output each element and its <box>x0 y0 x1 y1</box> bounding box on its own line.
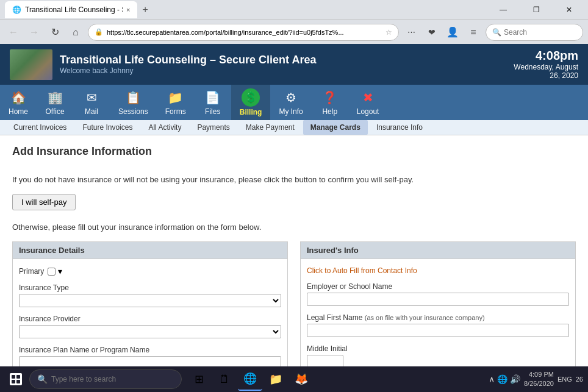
employer-label: Employer or School Name <box>307 282 569 291</box>
extensions-button[interactable]: ⋯ <box>403 24 420 41</box>
legal-first-name-input[interactable] <box>307 324 569 337</box>
middle-initial-label: Middle Initial <box>307 344 569 353</box>
volume-icon[interactable]: 🔊 <box>510 374 520 384</box>
nav-files[interactable]: 📄 Files <box>195 85 231 120</box>
nav-home[interactable]: 🏠 Home <box>0 85 37 120</box>
insurance-type-field: Insurance Type <box>19 283 281 307</box>
active-tab[interactable]: 🌐 Transitional Life Counseling - Secu...… <box>5 1 137 18</box>
nav-mail[interactable]: ✉ Mail <box>73 85 110 120</box>
insurance-type-select[interactable] <box>19 294 281 307</box>
nav-mail-label: Mail <box>85 107 98 116</box>
lock-icon: 🔒 <box>95 28 103 36</box>
insurance-plan-input[interactable] <box>19 356 281 366</box>
primary-row: Primary ▾ <box>19 266 281 276</box>
forward-button[interactable]: → <box>26 24 43 41</box>
edge-browser-app[interactable]: 🌐 <box>238 368 262 391</box>
form-intro: Otherwise, please fill out your insuranc… <box>12 223 576 232</box>
subnav-current-invoices[interactable]: Current Invoices <box>6 120 74 135</box>
explorer-app[interactable]: 📁 <box>264 368 288 391</box>
subnav-future-invoices[interactable]: Future Invoices <box>75 120 140 135</box>
form-sections: Insurance Details Primary ▾ Insurance Ty… <box>12 241 576 366</box>
primary-checkbox[interactable] <box>48 268 56 276</box>
favorites-icon[interactable]: ❤ <box>423 24 440 41</box>
browser-toolbar: ← → ↻ ⌂ 🔒 ☆ ⋯ ❤ 👤 ≡ 🔍 <box>0 20 588 44</box>
tab-title: Transitional Life Counseling - Secu... <box>25 5 123 14</box>
legal-first-note: (as on file with your insurance company) <box>365 314 485 321</box>
nav-files-label: Files <box>205 107 220 116</box>
tab-close-button[interactable]: × <box>126 6 130 13</box>
nav-help[interactable]: ❓ Help <box>312 85 348 120</box>
taskbar: 🔍 ⊞ 🗒 🌐 📁 🦊 ∧ 🌐 🔊 4:09 PM 8/26/2020 ENG … <box>0 366 588 392</box>
insureds-info-body: Click to Auto Fill from Contact Info Emp… <box>301 259 575 366</box>
nav-forms-label: Forms <box>165 107 186 116</box>
auto-fill-link[interactable]: Click to Auto Fill from Contact Info <box>307 266 569 275</box>
insurance-plan-label: Insurance Plan Name or Program Name <box>19 346 281 354</box>
nav-logout-label: Logout <box>357 107 379 116</box>
nav-billing-label: Billing <box>240 108 262 116</box>
tray-expand[interactable]: ∧ <box>489 374 495 384</box>
nav-logout[interactable]: ✖ Logout <box>348 85 388 120</box>
current-date: Wednesday, August <box>514 63 578 71</box>
browser-search-box[interactable]: 🔍 <box>486 24 583 41</box>
language-indicator[interactable]: ENG <box>558 376 572 383</box>
subnav-make-payment[interactable]: Make Payment <box>238 120 302 135</box>
forms-icon: 📁 <box>167 89 184 106</box>
taskbar-time-display: 4:09 PM <box>524 370 554 379</box>
close-button[interactable]: ✕ <box>555 1 583 18</box>
back-button[interactable]: ← <box>5 24 22 41</box>
refresh-button[interactable]: ↻ <box>46 24 63 41</box>
other-app[interactable]: 🦊 <box>289 368 314 391</box>
subnav-payments[interactable]: Payments <box>190 120 237 135</box>
employer-input[interactable] <box>307 293 569 306</box>
subnav-insurance-info[interactable]: Insurance Info <box>369 120 430 135</box>
self-pay-button[interactable]: I will self-pay <box>12 194 76 210</box>
widgets-button[interactable]: 🗒 <box>212 368 237 391</box>
tab-bar: 🌐 Transitional Life Counseling - Secu...… <box>5 1 152 18</box>
new-tab-button[interactable]: + <box>138 4 151 15</box>
restore-button[interactable]: ❐ <box>522 1 550 18</box>
url-input[interactable] <box>107 29 382 36</box>
taskbar-clock[interactable]: 4:09 PM 8/26/2020 <box>524 370 554 389</box>
home-icon: 🏠 <box>10 89 27 106</box>
logo-image <box>10 49 52 80</box>
nav-help-label: Help <box>322 107 337 116</box>
network-icon[interactable]: 🌐 <box>497 374 507 384</box>
insurance-details-body: Primary ▾ Insurance Type Insurance <box>13 259 287 366</box>
address-bar[interactable]: 🔒 ☆ <box>88 24 399 41</box>
header-time: 4:08pm Wednesday, August 26, 2020 <box>514 49 578 80</box>
nav-office[interactable]: 🏢 Office <box>37 85 73 120</box>
subnav-manage-cards[interactable]: Manage Cards <box>303 120 368 135</box>
insurance-details-section: Insurance Details Primary ▾ Insurance Ty… <box>12 241 288 366</box>
mail-icon: ✉ <box>83 89 100 106</box>
office-icon: 🏢 <box>46 89 63 106</box>
primary-label: Primary <box>19 267 44 276</box>
logout-icon: ✖ <box>359 89 376 106</box>
nav-myinfo-label: My Info <box>279 107 303 116</box>
home-button[interactable]: ⌂ <box>67 24 84 41</box>
middle-initial-input[interactable] <box>307 355 343 366</box>
middle-initial-field: Middle Initial <box>307 344 569 366</box>
start-button[interactable] <box>5 368 27 390</box>
settings-icon[interactable]: ≡ <box>465 24 482 41</box>
nav-billing[interactable]: 💲 Billing <box>231 85 271 120</box>
insureds-info-section: Insured's Info Click to Auto Fill from C… <box>300 241 576 366</box>
sessions-icon: 📋 <box>124 89 142 106</box>
current-time: 4:08pm <box>514 49 578 63</box>
subnav-all-activity[interactable]: All Activity <box>141 120 188 135</box>
nav-sessions[interactable]: 📋 Sessions <box>110 85 157 120</box>
insurance-provider-select[interactable] <box>19 325 281 338</box>
taskbar-search-icon: 🔍 <box>37 374 48 384</box>
task-view-button[interactable]: ⊞ <box>187 368 211 391</box>
profile-icon[interactable]: 👤 <box>444 24 461 41</box>
minimize-button[interactable]: — <box>489 1 517 18</box>
billing-icon: 💲 <box>242 88 260 107</box>
taskbar-search-input[interactable] <box>51 375 174 383</box>
browser-titlebar: 🌐 Transitional Life Counseling - Secu...… <box>0 0 588 20</box>
nav-myinfo[interactable]: ⚙ My Info <box>270 85 311 120</box>
taskbar-search-box[interactable]: 🔍 <box>29 369 182 389</box>
legal-first-name-field: Legal First Name (as on file with your i… <box>307 313 569 337</box>
nav-forms[interactable]: 📁 Forms <box>157 85 195 120</box>
windows-icon <box>10 373 22 385</box>
page-wrapper: Transitional Life Counseling – Secure Cl… <box>0 44 588 366</box>
browser-search-input[interactable] <box>504 28 588 37</box>
